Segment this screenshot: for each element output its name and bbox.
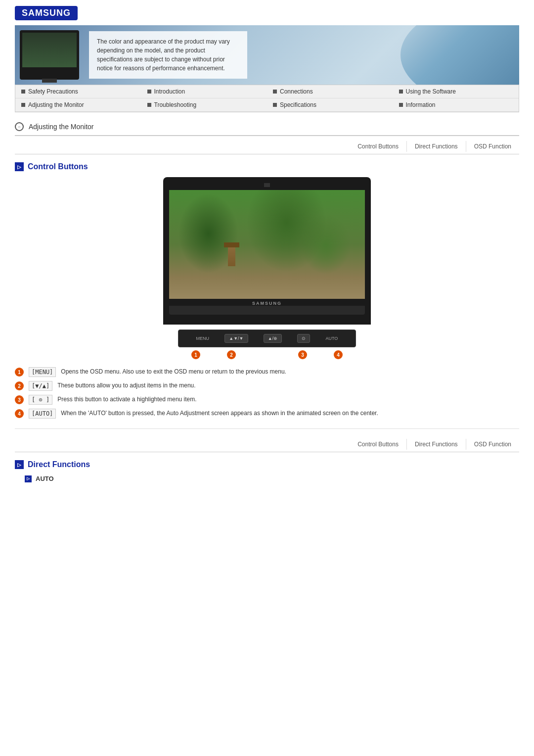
tab-control-buttons-top[interactable]: Control Buttons <box>350 141 407 152</box>
ctrl-auto: AUTO <box>326 336 338 341</box>
nav-item-introduction[interactable]: Introduction <box>141 85 267 98</box>
ctrl-num-1: 1 <box>191 350 200 359</box>
btn-num-circle-4: 4 <box>15 409 24 418</box>
nav-item-connections[interactable]: Connections <box>267 85 393 98</box>
nav-item-specifications[interactable]: Specifications <box>267 98 393 112</box>
auto-sub-icon: ▷ <box>25 475 32 482</box>
tab-osd-function-top[interactable]: OSD Function <box>466 141 519 152</box>
breadcrumb: ○ Adjusting the Monitor <box>15 122 519 136</box>
ctrl-num-4: 4 <box>334 350 343 359</box>
btn-desc-3: 3 [ ⊙ ] Press this button to activate a … <box>15 395 519 405</box>
monitor-frame: SAMSUNG <box>163 177 371 325</box>
samsung-logo: SAMSUNG <box>15 6 78 20</box>
nav-bullet-safety <box>21 90 25 94</box>
monitor-base <box>169 306 365 315</box>
controls-bar: MENU ▲▼/▼ ▲/⊕ ⊙ AUTO <box>178 330 356 347</box>
navigation-bar: Safety Precautions Introduction Connecti… <box>15 85 519 112</box>
btn-symbol-1: [MENU] <box>29 367 56 377</box>
hero-description-text: The color and appearance of the product … <box>89 31 247 79</box>
control-buttons-icon: ▷ <box>15 162 24 171</box>
btn-description-4: When the 'AUTO' button is pressed, the A… <box>61 409 378 418</box>
btn-desc-2: 2 [▼/▲] These buttons allow you to adjus… <box>15 381 519 391</box>
garden-background <box>169 190 365 299</box>
btn-desc-4: 4 [AUTO] When the 'AUTO' button is press… <box>15 409 519 419</box>
tab-control-buttons-bottom[interactable]: Control Buttons <box>350 439 407 450</box>
control-buttons-header: ▷ Control Buttons <box>15 162 519 171</box>
btn-description-1: Opens the OSD menu. Also use to exit the… <box>61 367 286 376</box>
btn-symbol-4: [AUTO] <box>29 409 56 419</box>
nav-bullet-troubleshooting <box>147 103 151 107</box>
hero-monitor-stand <box>42 79 57 83</box>
direct-functions-header: ▷ Direct Functions <box>15 460 519 469</box>
header: SAMSUNG <box>0 0 534 25</box>
hero-wave-decoration <box>371 25 519 85</box>
nav-item-information[interactable]: Information <box>393 98 519 112</box>
control-buttons-title: Control Buttons <box>28 162 88 171</box>
hero-banner: The color and appearance of the product … <box>15 25 519 85</box>
section-divider <box>15 428 519 429</box>
monitor-screen <box>169 190 365 299</box>
ctrl-menu: MENU <box>196 336 210 341</box>
ctrl-num-3: 3 <box>298 350 307 359</box>
direct-functions-icon: ▷ <box>15 460 24 469</box>
pagoda-image <box>228 246 235 266</box>
monitor-top-button <box>264 183 270 187</box>
btn-num-circle-1: 1 <box>15 368 24 377</box>
breadcrumb-icon: ○ <box>15 122 24 131</box>
hero-monitor-image <box>20 30 79 80</box>
button-descriptions: 1 [MENU] Opens the OSD menu. Also use to… <box>15 367 519 419</box>
btn-description-2: These buttons allow you to adjust items … <box>57 381 196 390</box>
monitor-brand-label: SAMSUNG <box>169 301 365 306</box>
ctrl-circle: ⊙ <box>297 334 310 343</box>
direct-functions-auto-item: ▷ AUTO <box>25 475 509 482</box>
ctrl-numbers-row: 1 2 3 4 <box>178 350 356 359</box>
btn-symbol-3: [ ⊙ ] <box>29 395 52 405</box>
nav-bullet-specifications <box>273 103 277 107</box>
nav-item-safety[interactable]: Safety Precautions <box>15 85 141 98</box>
nav-item-software[interactable]: Using the Software <box>393 85 519 98</box>
ctrl-enter: ▲/⊕ <box>264 334 282 343</box>
btn-num-circle-3: 3 <box>15 395 24 404</box>
ctrl-updown: ▲▼/▼ <box>224 334 248 343</box>
hero-monitor-screen <box>22 33 77 67</box>
auto-sub-label: AUTO <box>36 475 54 482</box>
nav-bullet-information <box>399 103 403 107</box>
nav-bullet-introduction <box>147 90 151 94</box>
nav-bullet-software <box>399 90 403 94</box>
nav-item-troubleshooting[interactable]: Troubleshooting <box>141 98 267 112</box>
monitor-diagram: SAMSUNG MENU ▲▼/▼ ▲/⊕ ⊙ AUTO 1 2 3 4 <box>163 177 371 359</box>
function-tabs-bottom: Control Buttons Direct Functions OSD Fun… <box>15 439 519 452</box>
nav-item-adjusting[interactable]: Adjusting the Monitor <box>15 98 141 112</box>
btn-symbol-2: [▼/▲] <box>29 381 52 391</box>
tab-direct-functions-top[interactable]: Direct Functions <box>407 141 466 152</box>
nav-bullet-adjusting <box>21 103 25 107</box>
btn-desc-1: 1 [MENU] Opens the OSD menu. Also use to… <box>15 367 519 377</box>
nav-bullet-connections <box>273 90 277 94</box>
breadcrumb-label: Adjusting the Monitor <box>29 123 94 131</box>
direct-functions-title: Direct Functions <box>28 460 90 469</box>
btn-num-circle-2: 2 <box>15 381 24 390</box>
tab-direct-functions-bottom[interactable]: Direct Functions <box>407 439 466 450</box>
function-tabs-top: Control Buttons Direct Functions OSD Fun… <box>15 141 519 154</box>
tab-osd-function-bottom[interactable]: OSD Function <box>466 439 519 450</box>
ctrl-num-2: 2 <box>227 350 236 359</box>
btn-description-3: Press this button to activate a highligh… <box>57 395 197 404</box>
